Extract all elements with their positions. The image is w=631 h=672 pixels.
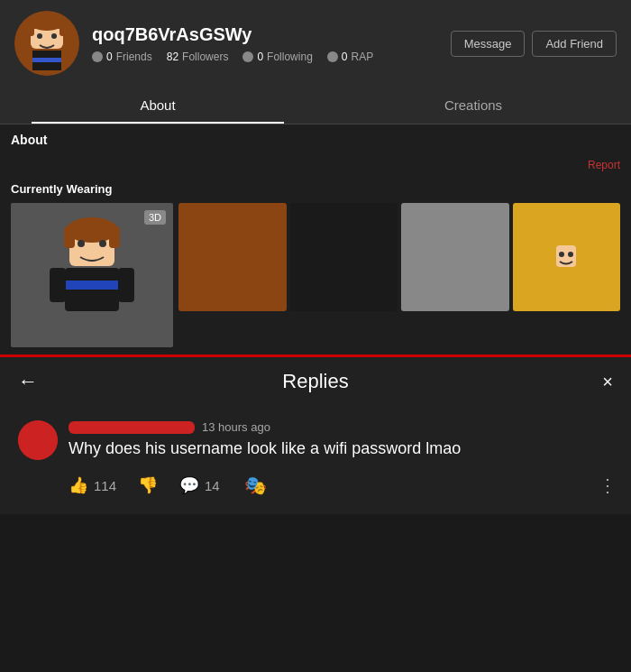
comment-time: 13 hours ago (202, 420, 270, 434)
svg-point-34 (568, 252, 573, 257)
content-area: Report (0, 155, 631, 179)
dislike-action[interactable]: 👎 (138, 475, 158, 495)
svg-point-14 (78, 240, 85, 247)
roblox-profile: qoq7B6VrAsGSWy 0 Friends 82 Followers 0 (0, 0, 631, 354)
avatar-3d-figure (11, 203, 173, 347)
following-label: Following (267, 51, 313, 63)
svg-point-5 (37, 33, 42, 39)
wearing-title: Currently Wearing (11, 182, 620, 196)
profile-info: qoq7B6VrAsGSWy 0 Friends 82 Followers 0 (92, 24, 373, 63)
tab-creations[interactable]: Creations (316, 87, 631, 124)
svg-rect-24 (237, 249, 244, 263)
about-title: About (11, 133, 47, 147)
badge-3d: 3D (144, 210, 166, 225)
more-options-icon[interactable]: ⋮ (599, 474, 617, 496)
comment-text: Why does his username look like a wifi p… (69, 437, 617, 460)
svg-rect-8 (32, 58, 61, 62)
svg-rect-25 (334, 251, 353, 271)
svg-rect-23 (221, 249, 228, 263)
svg-rect-13 (68, 223, 116, 237)
svg-rect-30 (445, 260, 454, 272)
followers-label: Followers (182, 51, 228, 63)
thumbs-up-icon: 👍 (69, 475, 88, 495)
comment-icon: 💬 (179, 475, 199, 495)
comment-avatar (18, 420, 58, 460)
reply-count: 14 (205, 478, 220, 493)
following-icon (242, 51, 253, 62)
stat-friends: 0 Friends (92, 51, 152, 63)
item-pants[interactable] (401, 203, 509, 311)
username: qoq7B6VrAsGSWy (92, 24, 373, 45)
profile-header: qoq7B6VrAsGSWy 0 Friends 82 Followers 0 (0, 0, 631, 87)
items-grid (178, 203, 620, 311)
tabs-row: About Creations (0, 87, 631, 124)
avatar (14, 11, 79, 76)
item-shirt[interactable] (290, 203, 398, 311)
friends-icon (92, 51, 103, 62)
comment-header: 13 hours ago (69, 420, 617, 434)
close-icon[interactable]: × (602, 372, 613, 392)
svg-rect-26 (328, 251, 335, 265)
svg-point-15 (99, 240, 106, 247)
rap-count: 0 (342, 51, 348, 63)
replies-title: Replies (282, 370, 348, 393)
username-redacted (69, 421, 195, 434)
comment-body: 13 hours ago Why does his username look … (69, 420, 617, 500)
rap-label: RAP (352, 51, 374, 63)
stat-rap: 0 RAP (327, 51, 373, 63)
avatar-3d-container: 3D (11, 203, 173, 347)
like-count: 114 (94, 478, 116, 493)
friends-count: 0 (106, 51, 113, 63)
svg-point-33 (559, 252, 564, 257)
svg-rect-17 (65, 281, 119, 290)
friends-label: Friends (116, 51, 152, 63)
svg-rect-20 (68, 311, 87, 335)
svg-rect-29 (445, 247, 465, 260)
svg-rect-4 (31, 18, 63, 29)
back-arrow-icon[interactable]: ← (18, 370, 38, 393)
stat-followers: 82 Followers (167, 51, 229, 63)
avatar-face (14, 11, 79, 76)
item-face[interactable] (513, 203, 621, 311)
comment-row: 13 hours ago Why does his username look … (18, 420, 617, 500)
svg-point-6 (51, 33, 57, 39)
add-friend-button[interactable]: Add Friend (532, 31, 617, 57)
following-count: 0 (257, 51, 263, 63)
thumbs-down-icon: 👎 (138, 475, 158, 495)
item-hair[interactable] (178, 203, 287, 311)
about-section: About (0, 124, 631, 155)
profile-buttons: Message Add Friend (451, 31, 617, 57)
comment-section: 13 hours ago Why does his username look … (0, 406, 631, 514)
rap-icon (327, 51, 338, 62)
report-button[interactable]: Report (588, 159, 620, 171)
comment-actions: 👍 114 👎 💬 14 🎭 ⋮ (69, 471, 617, 500)
user-emoji-avatar: 🎭 (242, 471, 270, 500)
stats-row: 0 Friends 82 Followers 0 Following 0 (92, 51, 373, 63)
reply-action[interactable]: 💬 14 (179, 475, 220, 495)
svg-rect-19 (118, 268, 134, 302)
svg-rect-18 (50, 268, 66, 302)
followers-count: 82 (167, 51, 178, 63)
svg-rect-27 (352, 251, 359, 265)
message-button[interactable]: Message (451, 31, 526, 57)
svg-marker-28 (334, 245, 353, 251)
currently-wearing: Currently Wearing (0, 179, 631, 354)
wearing-content: 3D (11, 203, 620, 347)
svg-rect-31 (456, 260, 465, 272)
stat-following: 0 Following (242, 51, 312, 63)
svg-rect-21 (96, 311, 116, 335)
like-action[interactable]: 👍 114 (69, 475, 116, 495)
replies-header: ← Replies × (0, 354, 631, 406)
profile-left: qoq7B6VrAsGSWy 0 Friends 82 Followers 0 (14, 11, 373, 76)
redacted-overlay (18, 420, 58, 460)
tab-about[interactable]: About (0, 87, 316, 124)
